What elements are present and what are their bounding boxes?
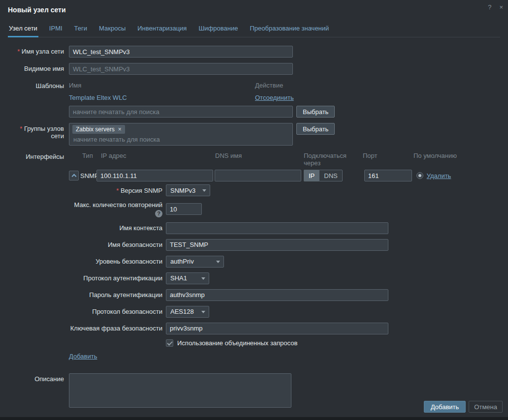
snmp-version-select[interactable]: SNMPv3 bbox=[166, 184, 210, 196]
interface-type-label: SNMP bbox=[80, 172, 96, 180]
new-host-dialog: Новый узел сети ? × Узел сети IPMI Теги … bbox=[0, 0, 508, 417]
templates-select-button[interactable]: Выбрать bbox=[296, 106, 335, 118]
help-circle-icon[interactable]: ? bbox=[155, 210, 162, 217]
chevron-up-icon bbox=[71, 174, 76, 179]
interfaces-col-dns: DNS имя bbox=[215, 152, 304, 167]
tab-macros[interactable]: Макросы bbox=[98, 22, 127, 37]
dialog-footer: Добавить Отмена bbox=[424, 401, 503, 413]
visible-name-label: Видимое имя bbox=[8, 63, 64, 72]
priv-passphrase-input[interactable] bbox=[166, 323, 388, 334]
host-groups-placeholder: начните печатать для поиска bbox=[72, 136, 289, 143]
interface-dns-input[interactable] bbox=[215, 170, 301, 181]
add-host-button[interactable]: Добавить bbox=[424, 401, 466, 413]
templates-search-input[interactable] bbox=[69, 106, 293, 118]
add-interface-link[interactable]: Добавить bbox=[69, 353, 97, 360]
interfaces-col-ip: IP адрес bbox=[101, 152, 215, 167]
group-chip-label: Zabbix servers bbox=[76, 126, 115, 133]
security-level-select[interactable]: authPriv bbox=[166, 256, 224, 268]
chip-remove-icon[interactable]: × bbox=[118, 126, 122, 133]
interfaces-header: Тип IP адрес DNS имя Подключаться через … bbox=[69, 151, 500, 167]
host-groups-multiselect[interactable]: Zabbix servers × начните печатать для по… bbox=[69, 123, 293, 146]
context-name-label: Имя контекста bbox=[69, 224, 162, 232]
tab-value-mapping[interactable]: Преобразование значений bbox=[249, 22, 330, 37]
auth-passphrase-label: Пароль аутентификации bbox=[69, 291, 162, 299]
interfaces-col-connect: Подключаться через bbox=[304, 152, 363, 167]
security-name-input[interactable] bbox=[166, 239, 388, 251]
priv-protocol-select[interactable]: AES128 bbox=[166, 306, 209, 318]
close-icon[interactable]: × bbox=[498, 3, 504, 11]
dialog-title: Новый узел сети bbox=[8, 6, 500, 14]
host-form: Имя узла сети Видимое имя Шаблоны Имя Де… bbox=[0, 37, 508, 408]
connect-via-toggle: IP DNS bbox=[304, 170, 343, 181]
description-label: Описание bbox=[8, 373, 64, 383]
interface-port-input[interactable] bbox=[364, 170, 412, 181]
tab-encryption[interactable]: Шифрование bbox=[197, 22, 239, 37]
interface-remove-link[interactable]: Удалить bbox=[427, 172, 451, 180]
templates-label: Шаблоны bbox=[8, 80, 64, 90]
max-repetitions-input[interactable] bbox=[166, 203, 202, 215]
dialog-header: Новый узел сети ? × bbox=[0, 0, 508, 17]
auth-protocol-value: SHA1 bbox=[170, 274, 187, 282]
context-name-input[interactable] bbox=[166, 222, 388, 234]
auth-passphrase-input[interactable] bbox=[166, 289, 388, 301]
template-unlink-link[interactable]: Отсоединить bbox=[255, 94, 294, 101]
description-textarea[interactable] bbox=[69, 373, 291, 408]
tab-bar: Узел сети IPMI Теги Макросы Инвентаризац… bbox=[8, 22, 500, 37]
tab-ipmi[interactable]: IPMI bbox=[48, 22, 64, 37]
bulk-requests-label: Использование объединенных запросов bbox=[177, 339, 297, 347]
interfaces-col-port: Порт bbox=[363, 152, 413, 167]
security-level-label: Уровень безопасности bbox=[69, 258, 162, 265]
priv-protocol-value: AES128 bbox=[170, 308, 194, 315]
max-repetitions-label: Макс. количество повторений? bbox=[69, 201, 162, 217]
interface-ip-input[interactable] bbox=[96, 170, 213, 181]
host-name-input[interactable] bbox=[69, 46, 293, 58]
interface-row: SNMP IP DNS Удалить bbox=[69, 170, 500, 181]
connect-via-ip-option[interactable]: IP bbox=[304, 170, 319, 181]
snmp-version-label: Версия SNMP bbox=[69, 187, 162, 194]
tab-tags[interactable]: Теги bbox=[73, 22, 88, 37]
cancel-button[interactable]: Отмена bbox=[469, 401, 503, 413]
group-chip: Zabbix servers × bbox=[72, 125, 125, 134]
templates-col-name: Имя bbox=[69, 82, 255, 89]
priv-protocol-label: Протокол безопасности bbox=[69, 308, 162, 315]
templates-col-action: Действие bbox=[255, 82, 283, 89]
interfaces-label: Интерфейсы bbox=[8, 151, 64, 160]
snmp-version-value: SNMPv3 bbox=[170, 187, 195, 194]
host-groups-select-button[interactable]: Выбрать bbox=[296, 123, 335, 135]
security-level-value: authPriv bbox=[170, 258, 194, 265]
interfaces-col-default: По умолчанию bbox=[413, 152, 457, 167]
auth-protocol-select[interactable]: SHA1 bbox=[166, 272, 209, 284]
tab-inventory[interactable]: Инвентаризация bbox=[136, 22, 188, 37]
tab-host[interactable]: Узел сети bbox=[8, 22, 38, 37]
help-icon[interactable]: ? bbox=[487, 3, 492, 11]
security-name-label: Имя безопасности bbox=[69, 241, 162, 248]
template-link[interactable]: Template Eltex WLC bbox=[69, 94, 127, 101]
host-name-label: Имя узла сети bbox=[8, 46, 64, 55]
collapse-interface-button[interactable] bbox=[69, 171, 79, 180]
interfaces-col-type: Тип bbox=[82, 152, 101, 167]
host-groups-label: Группы узлов сети bbox=[8, 123, 64, 140]
auth-protocol-label: Протокол аутентификации bbox=[69, 274, 162, 282]
default-interface-radio[interactable] bbox=[416, 172, 423, 179]
connect-via-dns-option[interactable]: DNS bbox=[319, 170, 342, 181]
visible-name-input[interactable] bbox=[69, 63, 293, 75]
bulk-requests-checkbox[interactable] bbox=[166, 339, 173, 347]
priv-passphrase-label: Ключевая фраза безопасности bbox=[69, 325, 162, 332]
